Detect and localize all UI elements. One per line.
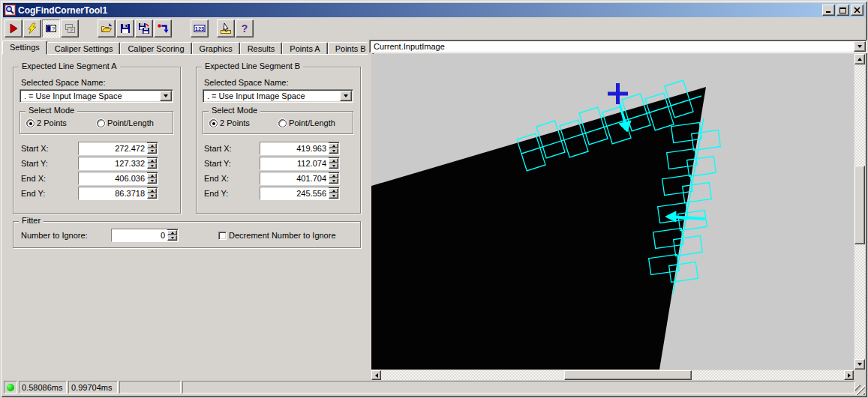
image-source-combo[interactable]: Current.InputImage — [369, 40, 867, 53]
save-file-button[interactable] — [116, 19, 134, 37]
spin-up-button[interactable] — [147, 173, 157, 178]
vertical-scroll-thumb[interactable] — [854, 166, 865, 244]
segment-a-starty-field — [78, 157, 158, 170]
scroll-down-button[interactable] — [854, 359, 865, 370]
spin-up-button[interactable] — [329, 158, 338, 163]
segment-a-space-combo[interactable]: . = Use Input Image Space — [20, 89, 173, 103]
tab-settings[interactable]: Settings — [2, 40, 47, 55]
segment-a-startx-input[interactable] — [79, 142, 147, 154]
arrow-right-icon — [848, 373, 851, 378]
spin-down-icon — [332, 195, 335, 197]
spin-up-icon — [332, 175, 335, 177]
electric-run-button[interactable] — [23, 19, 41, 37]
spin-up-button[interactable] — [329, 173, 338, 178]
chevron-down-icon — [857, 45, 862, 48]
segment-a-endx-input[interactable] — [79, 172, 147, 184]
show-results-display-button[interactable]: ? — [42, 19, 60, 37]
minimize-button[interactable] — [822, 4, 835, 16]
interactive-graphics-button[interactable] — [217, 19, 235, 37]
segment-a-radio-point-length[interactable]: Point/Length — [97, 118, 154, 127]
segment-a-startx-label: Start X: — [21, 144, 49, 153]
maximize-button[interactable] — [836, 4, 849, 16]
tab-caliper-settings[interactable]: Caliper Settings — [47, 42, 121, 55]
status-led-icon — [7, 384, 14, 391]
segment-a-endy-input[interactable] — [79, 187, 147, 199]
segment-a-starty-input[interactable] — [79, 157, 147, 169]
reset-button[interactable] — [154, 19, 172, 37]
spin-down-icon — [171, 237, 174, 239]
title-bar[interactable]: CogFindCornerTool1 — [3, 3, 865, 17]
close-button[interactable] — [851, 4, 863, 16]
numeric-results-button[interactable]: 123 — [191, 19, 209, 37]
results-display-icon: ? — [45, 22, 57, 34]
image-source-combo-arrow[interactable] — [854, 41, 866, 52]
spin-down-button[interactable] — [147, 193, 157, 199]
segment-b-startx-input[interactable] — [260, 142, 329, 154]
spin-down-button[interactable] — [329, 163, 338, 169]
tab-caliper-scoring[interactable]: Caliper Scoring — [120, 42, 191, 55]
spin-down-icon — [332, 165, 335, 167]
spin-down-button[interactable] — [167, 235, 177, 241]
tab-strip: Settings Caliper Settings Caliper Scorin… — [2, 40, 368, 55]
segment-a-space-combo-arrow[interactable] — [160, 91, 172, 101]
spin-up-icon — [332, 160, 335, 162]
spin-up-icon — [151, 160, 154, 162]
help-button[interactable]: ? — [236, 19, 254, 37]
spin-down-button[interactable] — [329, 148, 338, 154]
run-button[interactable] — [5, 19, 23, 37]
spin-up-button[interactable] — [329, 143, 338, 148]
app-icon — [5, 4, 16, 16]
vertical-scrollbar[interactable] — [854, 54, 865, 370]
open-folder-icon — [101, 22, 113, 34]
svg-text:?: ? — [70, 27, 73, 32]
segment-b-space-combo-arrow[interactable] — [340, 91, 352, 101]
save-file-as-button[interactable] — [135, 19, 153, 37]
spin-down-button[interactable] — [329, 193, 338, 199]
segment-b-starty-input[interactable] — [260, 157, 329, 169]
resize-grip[interactable] — [855, 385, 865, 395]
tab-results[interactable]: Results — [240, 42, 283, 55]
spin-down-icon — [151, 195, 154, 197]
segment-a-endx-label: End X: — [21, 174, 46, 183]
spin-down-button[interactable] — [147, 178, 157, 184]
spin-up-icon — [171, 232, 174, 234]
spin-up-button[interactable] — [147, 188, 157, 193]
tab-points-a[interactable]: Points A — [282, 42, 327, 55]
spin-up-button[interactable] — [147, 158, 157, 163]
spin-down-button[interactable] — [329, 178, 338, 184]
spin-down-button[interactable] — [147, 148, 157, 154]
segment-b-endy-input[interactable] — [260, 187, 329, 199]
spin-up-icon — [332, 190, 335, 192]
segment-b-starty-field — [260, 157, 340, 170]
status-timing-2: 0.99704ms — [68, 381, 118, 394]
floating-results-display-button[interactable]: ? — [61, 19, 79, 37]
tab-graphics[interactable]: Graphics — [192, 42, 240, 55]
segment-b-endx-input[interactable] — [260, 172, 329, 184]
maximize-icon — [839, 7, 846, 13]
reset-arrow-icon — [157, 22, 169, 34]
tab-points-b[interactable]: Points B — [328, 42, 374, 55]
segment-b-space-combo[interactable]: . = Use Input Image Space — [203, 89, 353, 103]
spin-down-icon — [151, 150, 154, 152]
spin-down-button[interactable] — [147, 163, 157, 169]
segment-b-select-mode-group: Select Mode 2 Points Point/Length — [203, 111, 353, 134]
open-file-button[interactable] — [98, 19, 116, 37]
segment-b-radio-point-length[interactable]: Point/Length — [278, 118, 335, 127]
segment-a-radio-2points[interactable]: 2 Points — [26, 118, 67, 127]
image-view[interactable] — [371, 54, 854, 370]
decrement-checkbox[interactable]: Decrement Number to Ignore — [218, 231, 336, 240]
segment-a-select-mode-group: Select Mode 2 Points Point/Length — [20, 111, 173, 134]
segment-b-startx-field — [260, 142, 340, 155]
spin-up-button[interactable] — [147, 143, 157, 148]
segment-b-endy-field — [260, 187, 340, 200]
segment-b-endx-field — [260, 172, 340, 185]
spin-up-button[interactable] — [329, 188, 338, 193]
scroll-up-button[interactable] — [854, 54, 865, 64]
segment-b-radio-2points[interactable]: 2 Points — [209, 118, 250, 127]
number-to-ignore-input[interactable] — [112, 229, 167, 241]
segment-b-group: Expected Line Segment B Selected Space N… — [196, 67, 361, 214]
segment-b-starty-label: Start Y: — [204, 159, 231, 168]
spin-up-button[interactable] — [167, 230, 177, 235]
segment-a-group: Expected Line Segment A Selected Space N… — [13, 67, 181, 214]
segment-a-startx-field — [78, 142, 158, 155]
